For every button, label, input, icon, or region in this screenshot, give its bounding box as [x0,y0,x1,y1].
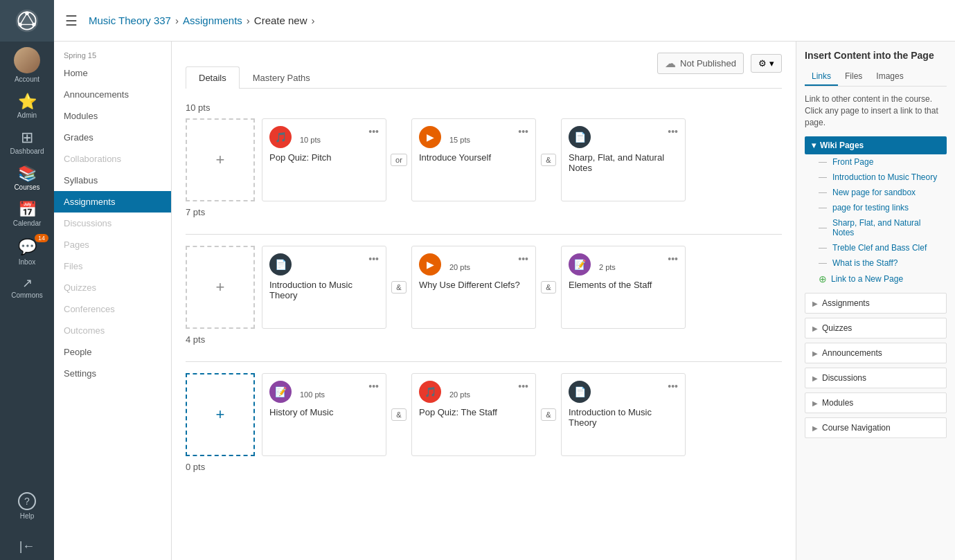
card-menu-intro-music-theory-2[interactable]: ••• [668,381,678,392]
group-2-add-button[interactable]: + [186,246,255,329]
connector-and-3a: & [386,408,411,421]
course-nav-people[interactable]: People [54,341,171,363]
tab-mastery-paths[interactable]: Mastery Paths [240,66,323,89]
wiki-pages-label: Wiki Pages [820,141,864,150]
wiki-pages-header[interactable]: ▾ Wiki Pages [805,136,947,154]
assignment-group-1: 10 pts + 🎵 10 pts ••• [186,102,782,217]
group-3-add-button[interactable]: + [186,373,255,456]
breadcrumb-course[interactable]: Music Theory 337 [89,15,171,26]
group-1-add-button[interactable]: + [186,118,255,201]
connector-and-1: & [536,154,561,166]
card-pts-pop-quiz-staff: 20 pts [449,390,470,399]
rp-section-announcements-header[interactable]: ▶ Announcements [805,343,946,363]
rp-tab-images[interactable]: Images [869,68,910,86]
wiki-item-sharp-flat-natural[interactable]: Sharp, Flat, and Natural Notes [805,215,947,240]
wiki-item-what-is-staff[interactable]: What is the Staff? [805,255,947,271]
card-menu-why-clefs[interactable]: ••• [518,253,528,264]
card-title-pop-quiz-pitch[interactable]: Pop Quiz: Pitch [269,152,379,163]
card-menu-pop-quiz-staff[interactable]: ••• [518,381,528,392]
card-menu-introduce-yourself[interactable]: ••• [518,126,528,137]
rp-section-discussions-header[interactable]: ▶ Discussions [805,368,946,388]
sidebar-item-label: Courses [14,183,39,191]
rp-section-discussions-label: Discussions [822,373,866,383]
breadcrumb-section[interactable]: Assignments [183,15,242,26]
sidebar-item-help[interactable]: ? Help [0,487,54,525]
card-title-sharp-flat-natural[interactable]: Sharp, Flat, and Natural Notes [569,152,678,173]
card-menu-pop-quiz-pitch[interactable]: ••• [368,126,379,137]
card-why-different-clefs: ▶ 20 pts ••• Why Use Different Clefs? [411,246,536,329]
publish-status-label: Not Published [680,58,736,69]
tab-details[interactable]: Details [186,66,240,89]
rp-section-modules-header[interactable]: ▶ Modules [805,393,946,413]
term-label: Spring 15 [54,47,172,62]
rp-section-assignments: ▶ Assignments [805,293,947,314]
card-icon-pop-quiz-pitch: 🎵 [269,126,292,148]
assignment-group-3: + 📝 100 pts ••• History of Music [186,373,782,472]
publish-bar: ☁ Not Published ⚙ ▾ [657,53,782,74]
card-title-elements-staff[interactable]: Elements of the Staff [569,280,678,290]
sidebar-item-courses[interactable]: 📚 Courses [0,161,54,197]
sidebar-item-calendar[interactable]: 📅 Calendar [0,197,54,233]
add-circle-icon: ⊕ [819,273,827,284]
wiki-add-new-page-button[interactable]: ⊕ Link to a New Page [805,271,947,287]
card-title-intro-music-theory[interactable]: Introduction to Music Theory [269,280,379,300]
commons-icon: ↗ [22,277,33,289]
sidebar-item-admin[interactable]: ⭐ Admin [0,89,54,125]
card-icon-elements-staff: 📝 [569,253,591,276]
collapse-sidebar-button[interactable]: |← [0,532,54,560]
canvas-logo[interactable] [0,0,54,42]
rp-section-course-navigation-label: Course Navigation [822,423,891,433]
course-nav-grades[interactable]: Grades [54,127,171,148]
sidebar-item-dashboard[interactable]: ⊞ Dashboard [0,125,54,161]
group-3-row: + 📝 100 pts ••• History of Music [186,373,782,456]
course-nav-modules[interactable]: Modules [54,105,171,127]
card-title-pop-quiz-staff[interactable]: Pop Quiz: The Staff [419,407,528,417]
sidebar-item-label: Account [15,75,39,83]
rp-section-modules-label: Modules [822,398,853,408]
right-panel-tabs: Links Files Images [805,68,947,87]
course-nav-quizzes: Quizzes [54,277,171,298]
sidebar-item-label: Dashboard [10,147,44,155]
wiki-item-intro-music-theory[interactable]: Introduction to Music Theory [805,170,947,185]
card-title-introduce-yourself[interactable]: Introduce Yourself [419,152,528,163]
wiki-item-front-page[interactable]: Front Page [805,154,947,170]
card-title-why-clefs[interactable]: Why Use Different Clefs? [419,280,528,290]
rp-section-course-navigation-header[interactable]: ▶ Course Navigation [805,418,946,437]
gear-settings-button[interactable]: ⚙ ▾ [751,54,782,73]
hamburger-menu-icon[interactable]: ☰ [65,12,78,29]
group-1-cards: 🎵 10 pts ••• Pop Quiz: Pitch or [262,118,782,201]
card-menu-intro-music-theory[interactable]: ••• [368,253,379,264]
rp-section-quizzes-header[interactable]: ▶ Quizzes [805,318,946,338]
card-introduce-yourself: ▶ 15 pts ••• Introduce Yourself [411,118,536,201]
card-icon-sharp-flat-natural: 📄 [569,126,591,148]
wiki-item-new-sandbox[interactable]: New page for sandbox [805,185,947,200]
right-panel-description: Link to other content in the course. Cli… [805,93,947,128]
course-nav-assignments[interactable]: Assignments [54,191,171,213]
group-2-pts-bottom: 4 pts [186,334,782,345]
assignment-group-2: + 📄 ••• Introduction to Music Theory [186,246,782,345]
card-menu-history-music[interactable]: ••• [368,381,379,392]
sidebar-item-label: Commons [11,291,43,299]
card-icon-introduce-yourself: ▶ [419,126,441,148]
card-title-intro-music-theory-2[interactable]: Introduction to Music Theory [569,407,678,428]
right-panel-title: Insert Content into the Page [805,50,947,61]
rp-section-discussions: ▶ Discussions [805,368,947,388]
card-title-history-music[interactable]: History of Music [269,407,379,417]
course-nav-syllabus[interactable]: Syllabus [54,170,171,191]
rp-section-assignments-header[interactable]: ▶ Assignments [805,293,946,313]
rp-tab-files[interactable]: Files [838,68,869,86]
sidebar-item-inbox[interactable]: 💬 14 Inbox [0,233,54,271]
course-nav-conferences: Conferences [54,298,171,320]
card-menu-sharp-flat-natural[interactable]: ••• [668,126,678,137]
course-nav-home[interactable]: Home [54,62,171,84]
wiki-item-testing-links[interactable]: page for testing links [805,200,947,215]
card-menu-elements-staff[interactable]: ••• [668,253,678,264]
wiki-item-treble-clef[interactable]: Treble Clef and Bass Clef [805,240,947,255]
sidebar-item-account[interactable]: Account [0,42,54,89]
course-nav-announcements[interactable]: Announcements [54,84,171,105]
rp-tab-links[interactable]: Links [805,68,838,86]
rp-section-assignments-label: Assignments [822,298,870,308]
sidebar-item-commons[interactable]: ↗ Commons [0,271,54,305]
course-nav-settings[interactable]: Settings [54,363,171,384]
wiki-add-label: Link to a New Page [831,274,903,284]
